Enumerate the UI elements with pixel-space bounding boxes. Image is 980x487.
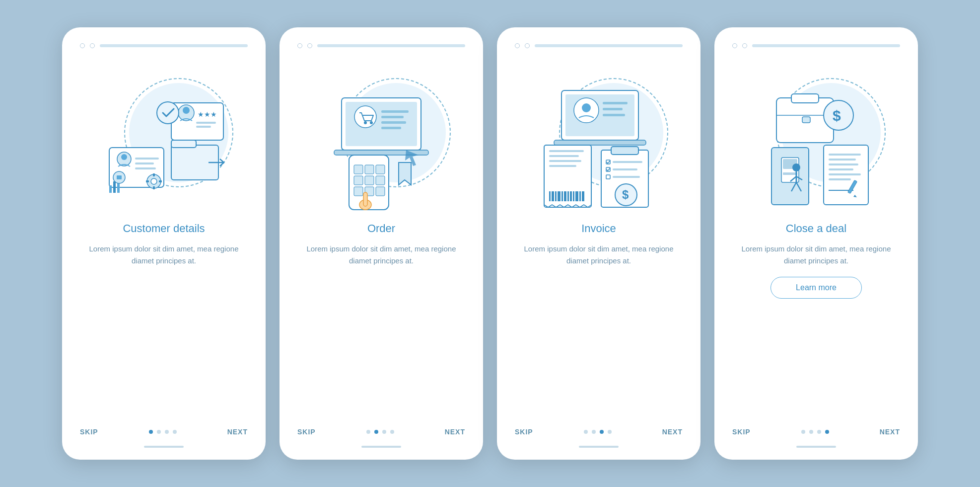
svg-rect-54 (603, 108, 623, 110)
svg-rect-43 (376, 176, 385, 185)
svg-rect-28 (346, 102, 417, 146)
svg-rect-79 (613, 161, 642, 163)
dot-2-2 (382, 430, 386, 434)
svg-point-31 (370, 121, 373, 124)
svg-rect-34 (381, 121, 406, 124)
next-button-3[interactable]: NEXT (662, 428, 683, 436)
dot-1-2 (165, 430, 169, 434)
status-circle (732, 43, 737, 48)
svg-rect-106 (829, 178, 851, 180)
skip-button-4[interactable]: SKIP (732, 428, 751, 436)
screen-title-3: Invoice (515, 222, 683, 235)
screens-container: ★★★ Customer details Lorem ipsum dolor s… (42, 7, 938, 480)
skip-button-1[interactable]: SKIP (80, 428, 98, 436)
svg-rect-61 (549, 165, 576, 167)
nav-bar-3: SKIP NEXT (511, 428, 687, 436)
screen-invoice: $ Invoice Lorem ipsum dolor sit dim amet… (497, 27, 700, 460)
status-bar-3 (511, 43, 687, 48)
svg-rect-39 (365, 165, 374, 174)
svg-rect-13 (117, 183, 120, 193)
svg-rect-42 (365, 176, 374, 185)
status-line (100, 44, 248, 47)
svg-rect-59 (549, 155, 579, 157)
svg-rect-104 (829, 168, 853, 170)
next-button-1[interactable]: NEXT (227, 428, 248, 436)
svg-rect-10 (117, 175, 122, 179)
dot-2-1 (374, 430, 378, 434)
close-deal-svg: $ (747, 58, 886, 212)
svg-rect-8 (135, 167, 156, 169)
svg-rect-53 (603, 102, 628, 104)
svg-rect-85 (791, 94, 819, 103)
svg-rect-7 (135, 162, 154, 164)
svg-rect-56 (554, 140, 646, 145)
screen-customer-details: ★★★ Customer details Lorem ipsum dolor s… (62, 27, 266, 460)
svg-rect-44 (354, 187, 363, 196)
bottom-bar-4 (796, 446, 836, 448)
screen-order: Order Lorem ipsum dolor sit dim amet, me… (280, 27, 483, 460)
svg-rect-19 (159, 180, 162, 182)
svg-rect-72 (579, 191, 581, 201)
svg-rect-103 (829, 163, 858, 165)
nav-bar-2: SKIP NEXT (293, 428, 469, 436)
svg-rect-16 (153, 173, 155, 176)
status-circle (307, 43, 312, 48)
svg-rect-62 (549, 191, 551, 201)
svg-rect-6 (135, 158, 159, 160)
nav-bar-1: SKIP NEXT (76, 428, 252, 436)
dot-4-2 (817, 430, 821, 434)
dots-1 (149, 430, 177, 434)
svg-rect-68 (567, 191, 569, 201)
next-button-4[interactable]: NEXT (880, 428, 900, 436)
illustration-customer-details: ★★★ (94, 58, 233, 212)
bottom-bar-2 (361, 446, 401, 448)
svg-rect-17 (153, 186, 155, 189)
svg-rect-67 (564, 191, 566, 201)
svg-point-5 (121, 154, 127, 160)
svg-rect-40 (376, 165, 385, 174)
skip-button-2[interactable]: SKIP (297, 428, 316, 436)
dot-2-0 (366, 430, 370, 434)
svg-rect-101 (829, 154, 861, 156)
status-circle (515, 43, 520, 48)
status-circle (80, 43, 85, 48)
svg-rect-70 (573, 191, 574, 201)
screen-title-4: Close a deal (732, 222, 900, 235)
status-bar-1 (76, 43, 252, 48)
svg-rect-33 (381, 116, 404, 118)
svg-rect-25 (196, 126, 211, 128)
svg-rect-48 (363, 192, 367, 206)
screen-title-1: Customer details (80, 222, 248, 235)
svg-rect-63 (552, 191, 554, 201)
dot-4-3 (825, 430, 829, 434)
dot-3-3 (608, 430, 612, 434)
screen-desc-3: Lorem ipsum dolor sit dim amet, mea regi… (515, 243, 683, 267)
dot-1-3 (173, 430, 177, 434)
screen-close-deal: $ (714, 27, 918, 460)
bottom-bar-3 (579, 446, 619, 448)
dot-1-0 (149, 430, 153, 434)
customer-details-svg: ★★★ (94, 58, 233, 212)
svg-rect-60 (549, 160, 581, 162)
svg-rect-105 (829, 173, 861, 175)
svg-rect-65 (558, 191, 560, 201)
dot-3-0 (584, 430, 588, 434)
svg-text:★★★: ★★★ (198, 110, 217, 118)
screen-desc-4: Lorem ipsum dolor sit dim amet, mea regi… (732, 243, 900, 267)
svg-point-26 (157, 102, 179, 124)
dots-4 (801, 430, 829, 434)
status-circle (742, 43, 747, 48)
skip-button-3[interactable]: SKIP (515, 428, 533, 436)
learn-more-button[interactable]: Learn more (770, 277, 862, 299)
next-button-2[interactable]: NEXT (445, 428, 465, 436)
screen-desc-1: Lorem ipsum dolor sit dim amet, mea regi… (80, 243, 248, 267)
screen-desc-2: Lorem ipsum dolor sit dim amet, mea regi… (297, 243, 465, 267)
dot-4-1 (809, 430, 813, 434)
dot-4-0 (801, 430, 805, 434)
order-svg (312, 58, 451, 212)
illustration-close-deal: $ (747, 58, 886, 212)
illustration-order (312, 58, 451, 212)
svg-point-15 (151, 178, 157, 184)
svg-text:$: $ (833, 107, 841, 124)
content-section-4: Close a deal Lorem ipsum dolor sit dim a… (728, 222, 904, 428)
